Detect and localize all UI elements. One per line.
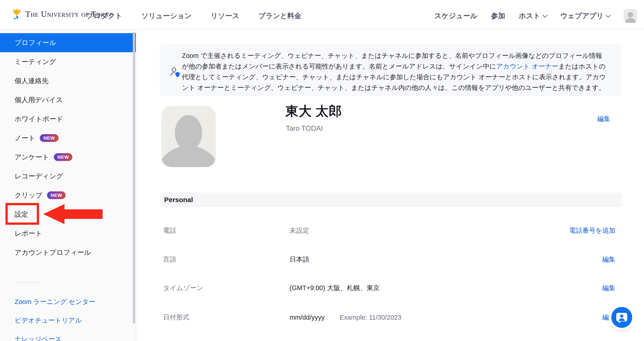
sidebar: プロフィール ミーティング 個人連絡先 個人用デバイス ホワイトボード ノート … <box>0 30 136 341</box>
primary-nav: プロダクト ソリューション リソース プランと料金 <box>86 2 301 30</box>
personal-section-header: Personal <box>160 192 622 207</box>
profile-edit-link[interactable]: 編集 <box>597 114 610 124</box>
sidebar-item-label: ホワイトボード <box>14 114 63 124</box>
sidebar-item-label: 設定 <box>14 210 28 219</box>
sidebar-item-label: レポート <box>14 229 42 238</box>
nav-solutions[interactable]: ソリューション <box>142 11 192 21</box>
row-value: (GMT+9:00) 大阪、札幌、東京 <box>290 284 380 293</box>
profile-display-name: 東大 太郎 <box>286 102 342 120</box>
sidebar-item-notes[interactable]: ノート NEW <box>0 128 136 148</box>
sidebar-item-clips[interactable]: クリップ NEW <box>0 186 136 205</box>
nav-join[interactable]: 参加 <box>491 11 505 21</box>
sidebar-item-account-profile[interactable]: アカウントプロフィール <box>0 243 136 262</box>
sidebar-item-label: アカウントプロフィール <box>14 248 91 257</box>
sidebar-item-personal-devices[interactable]: 個人用デバイス <box>0 90 136 110</box>
sidebar-item-recordings[interactable]: レコーディング <box>0 167 136 186</box>
row-label: 言語 <box>163 255 290 264</box>
row-label: 日付形式 <box>163 313 290 322</box>
privacy-notice: Zoom で主催されるミーティング、ウェビナー、チャット、またはチャネルに参加す… <box>160 44 622 96</box>
sidebar-item-meetings[interactable]: ミーティング <box>0 52 136 71</box>
table-row-timezone: タイムゾーン (GMT+9:00) 大阪、札幌、東京 編集 <box>160 281 622 295</box>
sidebar-item-label: 個人用デバイス <box>14 95 63 105</box>
row-label: 電話 <box>163 226 290 235</box>
zoom-web-portal-profile-page: { "header": { "logo_text": "The Universi… <box>0 0 644 341</box>
nav-plans-pricing[interactable]: プランと料金 <box>258 11 301 21</box>
language-edit-link[interactable]: 編集 <box>602 255 616 264</box>
nav-host-menu[interactable]: ホスト <box>519 11 546 21</box>
nav-webapp-menu[interactable]: ウェブアプリ <box>560 11 610 21</box>
sidebar-scrollbar[interactable] <box>133 32 135 324</box>
nav-products[interactable]: プロダクト <box>86 11 122 21</box>
sidebar-item-reports[interactable]: レポート <box>0 224 136 243</box>
sidebar-item-personal-contacts[interactable]: 個人連絡先 <box>0 71 136 90</box>
link-knowledge-base[interactable]: ナレッジベース <box>14 335 95 341</box>
sidebar-divider <box>14 282 42 283</box>
ginkgo-leaf-icon <box>12 8 22 20</box>
top-header: The University of Tokyo プロダクト ソリューション リソ… <box>0 0 644 30</box>
row-value: 未設定 <box>290 226 309 235</box>
link-video-tutorials[interactable]: ビデオチュートリアル <box>14 316 95 325</box>
privacy-notice-text: Zoom で主催されるミーティング、ウェビナー、チャット、またはチャネルに参加す… <box>182 50 609 93</box>
nav-schedule[interactable]: スケジュール <box>434 11 478 21</box>
sidebar-item-label: プロフィール <box>14 38 56 48</box>
sidebar-item-label: ノート <box>14 134 35 143</box>
person-shield-icon <box>170 67 180 78</box>
user-avatar[interactable] <box>624 9 637 23</box>
account-owner-link[interactable]: アカウント オーナー <box>496 63 558 70</box>
personal-section-title: Personal <box>164 196 193 204</box>
sidebar-item-label: 個人連絡先 <box>14 76 48 86</box>
new-badge: NEW <box>54 153 73 161</box>
row-label: タイムゾーン <box>163 284 290 293</box>
user-silhouette-icon <box>624 11 637 23</box>
table-row-language: 言語 日本語 編集 <box>160 253 622 266</box>
date-format-example: Example: 11/30/2023 <box>340 314 402 321</box>
sidebar-menu: プロフィール ミーティング 個人連絡先 個人用デバイス ホワイトボード ノート … <box>0 30 136 262</box>
chat-person-icon <box>616 312 628 323</box>
timezone-edit-link[interactable]: 編集 <box>602 284 616 293</box>
new-badge: NEW <box>47 192 66 199</box>
row-value: 日本語 <box>290 255 309 264</box>
sidebar-item-label: ミーティング <box>14 57 56 66</box>
table-row-date-format: 日付形式 mm/dd/yyyy Example: 11/30/2023 編集 <box>160 310 622 324</box>
chevron-down-icon <box>542 12 548 18</box>
sidebar-item-settings[interactable]: 設定 <box>0 205 136 224</box>
support-chat-button[interactable] <box>611 307 632 328</box>
link-zoom-learning-center[interactable]: Zoom ラーニング センター <box>14 298 95 306</box>
sidebar-footer-links: Zoom ラーニング センター ビデオチュートリアル ナレッジベース <box>14 298 95 341</box>
profile-picture[interactable] <box>162 106 216 167</box>
sidebar-item-label: クリップ <box>14 191 42 200</box>
user-silhouette-icon <box>162 106 216 167</box>
account-nav: スケジュール 参加 ホスト ウェブアプリ <box>434 2 637 30</box>
profile-roman-name: Taro TODAI <box>286 124 323 132</box>
nav-resources[interactable]: リソース <box>211 11 239 21</box>
nav-webapp-label: ウェブアプリ <box>560 11 604 21</box>
new-badge: NEW <box>40 134 58 142</box>
sidebar-item-surveys[interactable]: アンケート NEW <box>0 148 136 167</box>
table-row-phone: 電話 未設定 電話番号を追加 <box>160 224 622 238</box>
nav-host-label: ホスト <box>519 11 540 21</box>
chevron-down-icon <box>606 12 611 18</box>
sidebar-item-label: アンケート <box>14 152 49 162</box>
sidebar-item-whiteboard[interactable]: ホワイトボード <box>0 110 136 128</box>
sidebar-item-label: レコーディング <box>14 172 63 181</box>
add-phone-number-link[interactable]: 電話番号を追加 <box>569 226 616 235</box>
row-value: mm/dd/yyyy <box>290 314 325 321</box>
sidebar-item-profile[interactable]: プロフィール <box>0 33 136 52</box>
